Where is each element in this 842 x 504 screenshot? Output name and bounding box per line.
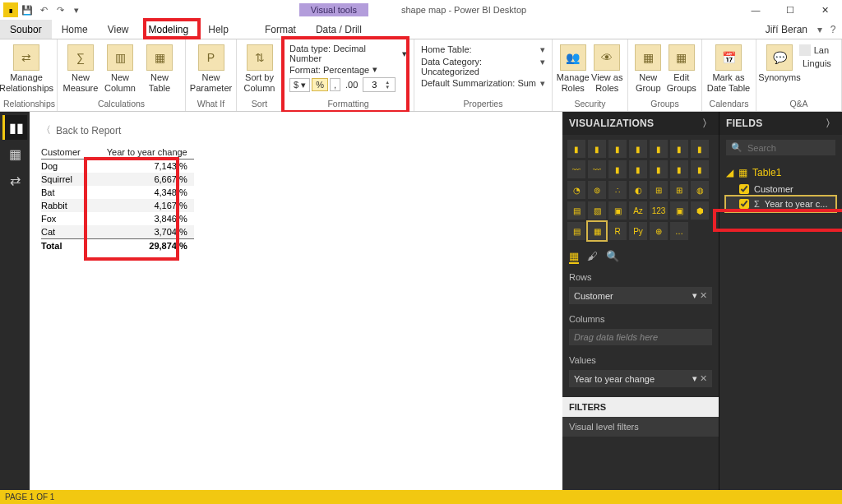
fields-search[interactable]: 🔍 — [726, 140, 835, 155]
data-category-dropdown[interactable]: Data Category: Uncategorized▾ — [418, 57, 548, 76]
remove-value-field-icon[interactable]: ✕ — [700, 373, 707, 383]
new-parameter-button[interactable]: PNew Parameter — [189, 41, 233, 93]
column-header-customer[interactable]: Customer — [41, 146, 87, 160]
sort-by-column-button[interactable]: ⇅Sort by Column — [240, 41, 279, 93]
undo-icon[interactable]: ↶ — [36, 2, 51, 17]
viz-type[interactable]: ◐ — [629, 181, 647, 199]
tab-data-drill[interactable]: Data / Drill — [306, 20, 372, 39]
viz-type[interactable]: ▮ — [629, 160, 647, 178]
user-menu-caret-icon[interactable]: ▾ — [816, 20, 824, 39]
field-customer[interactable]: Customer — [726, 182, 835, 197]
field-customer-checkbox[interactable] — [739, 184, 749, 194]
analytics-mode-icon[interactable]: 🔍 — [606, 250, 619, 264]
viz-type[interactable]: ▤ — [567, 222, 585, 240]
thousands-separator-button[interactable]: , — [330, 78, 340, 91]
table-node[interactable]: ◢▦Table1 — [726, 164, 835, 182]
viz-type[interactable]: ▮ — [629, 140, 647, 158]
currency-format-button[interactable]: $ ▾ — [289, 78, 310, 92]
home-table-dropdown[interactable]: Home Table:▾ — [418, 44, 548, 55]
report-view-button[interactable]: ▮▮ — [2, 115, 27, 140]
viz-type[interactable]: ▤ — [567, 201, 585, 220]
model-view-button[interactable]: ⇄ — [2, 168, 27, 192]
tab-modeling[interactable]: Modeling — [139, 20, 199, 39]
collapse-viz-icon[interactable]: 〉 — [702, 117, 712, 131]
viz-type[interactable]: ⊚ — [588, 181, 606, 199]
decimal-places-input[interactable] — [363, 80, 385, 90]
column-header-change[interactable]: Year to year change — [87, 146, 194, 160]
tab-home[interactable]: Home — [52, 20, 98, 39]
viz-type-import[interactable]: … — [670, 222, 688, 240]
tab-help[interactable]: Help — [198, 20, 238, 39]
viz-type[interactable]: ▮ — [650, 140, 668, 158]
viz-type[interactable]: Az — [629, 201, 647, 220]
linguistic-schema-button[interactable]: Linguis — [799, 58, 829, 69]
format-mode-icon[interactable]: 🖌 — [587, 250, 598, 264]
viz-type[interactable]: ▮ — [608, 160, 627, 178]
visual-level-filters-label[interactable]: Visual level filters — [562, 417, 719, 437]
decimal-places-spinner[interactable]: ▲▼ — [363, 77, 396, 92]
new-table-button[interactable]: ▦New Table — [140, 41, 179, 93]
viz-type[interactable]: ▣ — [670, 201, 688, 220]
viz-type[interactable]: 123 — [650, 201, 668, 220]
viz-type[interactable]: Py — [629, 222, 647, 240]
viz-type[interactable]: ∴ — [608, 181, 627, 199]
viz-type[interactable]: ⬢ — [691, 201, 709, 220]
viz-type[interactable]: ▧ — [588, 201, 606, 220]
manage-relationships-button[interactable]: ⇄ Manage Relationships — [3, 41, 49, 93]
new-column-button[interactable]: ▥New Column — [100, 41, 140, 93]
field-ytoy-checkbox[interactable] — [739, 199, 749, 209]
tab-view[interactable]: View — [98, 20, 139, 39]
viz-type[interactable]: ⊕ — [650, 222, 668, 240]
view-as-roles-button[interactable]: 👁View as Roles — [590, 41, 625, 93]
format-dropdown[interactable]: Format: Percentage▾ — [286, 64, 410, 75]
viz-type[interactable]: ▮ — [691, 140, 709, 158]
window-close-button[interactable]: ✕ — [807, 0, 842, 20]
help-icon[interactable]: ? — [824, 20, 842, 39]
viz-type[interactable]: ▮ — [608, 140, 627, 158]
viz-type[interactable]: ▮ — [670, 140, 688, 158]
window-minimize-button[interactable]: — — [738, 0, 773, 20]
redo-icon[interactable]: ↷ — [53, 2, 67, 17]
fields-search-input[interactable] — [747, 143, 842, 153]
qat-customize-icon[interactable]: ▾ — [69, 2, 84, 17]
viz-type[interactable]: 〰 — [588, 160, 606, 178]
columns-field-well[interactable]: Drag data fields here — [569, 329, 712, 345]
percent-format-button[interactable]: % — [312, 78, 328, 91]
viz-type[interactable]: ▣ — [608, 201, 627, 220]
viz-type[interactable]: ▮ — [670, 160, 688, 178]
default-summarization-dropdown[interactable]: Default Summarization: Sum▾ — [418, 78, 548, 89]
viz-type[interactable]: R — [608, 222, 627, 240]
fields-mode-icon[interactable]: ▦ — [569, 250, 579, 264]
viz-type[interactable]: 〰 — [567, 160, 585, 178]
language-button[interactable]: Lan — [799, 44, 829, 56]
matrix-visual[interactable]: Customer Year to year change Dog7,143 % … — [41, 146, 194, 252]
signed-in-user[interactable]: Jiří Beran — [766, 24, 807, 35]
viz-type[interactable]: ▮ — [650, 160, 668, 178]
new-measure-button[interactable]: ∑New Measure — [61, 41, 100, 93]
rows-field-well[interactable]: Customer▾ ✕ — [569, 287, 712, 304]
viz-type[interactable]: ▮ — [691, 160, 709, 178]
collapse-fields-icon[interactable]: 〉 — [826, 117, 835, 131]
remove-row-field-icon[interactable]: ✕ — [700, 290, 707, 300]
tab-format[interactable]: Format — [255, 20, 306, 39]
viz-type[interactable]: ⊞ — [670, 181, 688, 199]
filters-header[interactable]: FILTERS — [562, 397, 719, 417]
window-restore-button[interactable]: ☐ — [773, 0, 807, 20]
save-icon[interactable]: 💾 — [20, 2, 35, 17]
manage-roles-button[interactable]: 👥Manage Roles — [556, 41, 590, 93]
mark-as-date-table-button[interactable]: 📅Mark as Date Table — [706, 41, 752, 93]
field-year-to-year-change[interactable]: Σ Year to year c... — [726, 197, 835, 211]
synonyms-button[interactable]: 💬Synonyms — [760, 41, 799, 83]
viz-type[interactable]: ▮ — [588, 140, 606, 158]
viz-type[interactable]: ◍ — [691, 181, 709, 199]
edit-groups-button[interactable]: ▦Edit Groups — [665, 41, 699, 93]
data-view-button[interactable]: ▦ — [2, 141, 27, 166]
values-field-well[interactable]: Year to year change▾ ✕ — [569, 370, 712, 387]
data-type-dropdown[interactable]: Data type: Decimal Number▾ — [286, 44, 410, 63]
viz-type[interactable]: ◔ — [567, 181, 585, 199]
viz-type-matrix[interactable]: ▦ — [588, 222, 606, 240]
new-group-button[interactable]: ▦New Group — [632, 41, 665, 93]
file-menu[interactable]: Soubor — [0, 20, 52, 39]
back-to-report-button[interactable]: 〈 Back to Report — [41, 120, 551, 146]
viz-type[interactable]: ⊞ — [650, 181, 668, 199]
